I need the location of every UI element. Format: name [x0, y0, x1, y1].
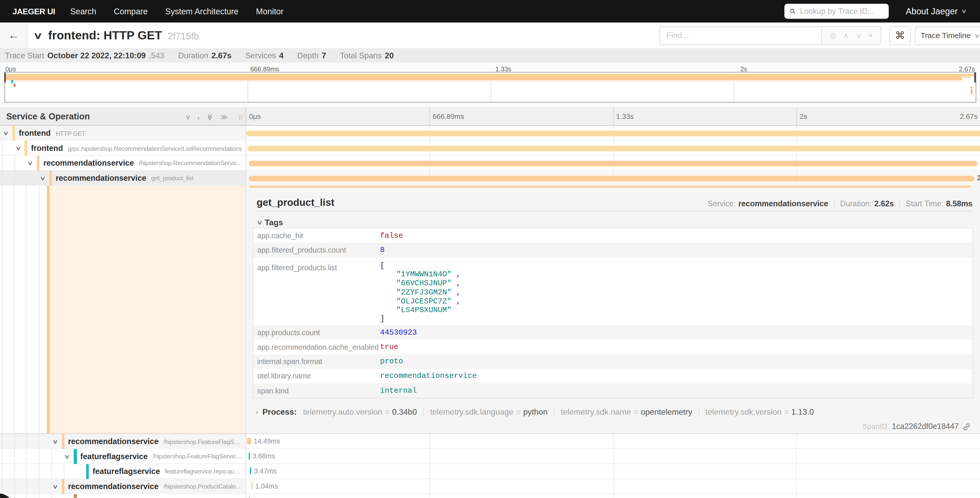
span-row[interactable]: ∨recommendationservice/hipstershop.Recom…	[0, 156, 980, 171]
service-color-accent	[24, 141, 27, 156]
span-bar-column[interactable]	[246, 126, 980, 140]
span-duration-bar[interactable]	[247, 438, 251, 445]
span-row[interactable]: ∨featureflagservice/hipstershop.FeatureF…	[0, 449, 980, 464]
span-duration-bar[interactable]	[251, 482, 253, 489]
tags-section-header[interactable]: ∨Tags	[256, 218, 283, 227]
tag-value-text: recommendationservice	[380, 372, 477, 380]
nav-item-system-architecture[interactable]: System Architecture	[156, 6, 247, 16]
span-name-column: ∨featureflagservice/hipstershop.FeatureF…	[0, 449, 246, 464]
indent-guide	[14, 185, 14, 434]
span-row[interactable]: featureflagservicefeatureflagservice.rep…	[0, 464, 980, 479]
back-button[interactable]: ←	[0, 22, 28, 48]
nav-item-compare[interactable]: Compare	[105, 6, 156, 16]
chevron-down-icon: ∨	[974, 32, 980, 38]
span-row[interactable]: ∨recommendationservice/hipstershop.Featu…	[0, 434, 980, 449]
span-bar-column[interactable]: 14.49ms	[246, 434, 980, 449]
collapse-all-icon[interactable]: ≫	[206, 114, 214, 121]
app-logo[interactable]: JAEGER UI	[13, 6, 55, 16]
clear-find-icon[interactable]: ×	[869, 31, 873, 40]
span-expander-icon[interactable]: ∨	[3, 126, 8, 140]
span-bar-column[interactable]: 3.68ms	[246, 449, 980, 464]
minimap-span-band	[970, 89, 972, 90]
json-list-item: "LS4PSXUNUM"	[380, 306, 972, 315]
span-row[interactable]: ∨frontendgrpc.hipstershop.Recommendation…	[0, 141, 980, 156]
span-row[interactable]	[0, 494, 980, 498]
row-gridline	[797, 494, 797, 498]
expand-one-icon[interactable]: ›	[197, 114, 200, 121]
about-jaeger-menu[interactable]: About Jaeger ∨	[906, 6, 966, 16]
minimap-span-band	[963, 76, 970, 78]
minimap-scrubber-left[interactable]	[4, 73, 6, 82]
minimap-canvas[interactable]	[4, 72, 976, 103]
column-resizer[interactable]	[239, 115, 242, 120]
span-service-name: recommendationservice	[56, 174, 146, 182]
indent-guide	[64, 464, 64, 479]
collapse-one-icon[interactable]: ∨	[186, 113, 191, 122]
link-icon[interactable]	[963, 423, 971, 431]
span-name-column: ∨recommendationservice/hipstershop.Featu…	[0, 434, 246, 449]
trace-title-bar: ← ∨ frontend: HTTP GET 2f715fb ◎ ∧ ∨ × ⌘…	[0, 22, 980, 48]
span-operation-name: featureflagservice.repo.query:fe…	[165, 468, 243, 475]
span-service-operation[interactable]: recommendationservice/hipstershop.Produc…	[68, 479, 243, 494]
span-expander-icon[interactable]: ∨	[29, 156, 32, 171]
span-expander-icon[interactable]: ∨	[41, 171, 45, 185]
span-duration-bar[interactable]	[246, 131, 980, 137]
equals-sign: =	[633, 407, 638, 417]
keyboard-shortcuts-button[interactable]: ⌘	[889, 26, 910, 45]
span-operation-name: HTTP GET	[56, 130, 86, 137]
minimap-scrubber-right[interactable]	[974, 73, 976, 82]
find-input[interactable]	[666, 31, 815, 40]
span-bar-column[interactable]: 1.04ms	[246, 479, 980, 494]
span-service-operation[interactable]: frontendHTTP GET	[19, 126, 243, 140]
span-duration-bar[interactable]	[250, 467, 251, 474]
trace-view-selector[interactable]: Trace Timeline ∨	[915, 26, 980, 45]
span-name-column	[0, 494, 246, 498]
nav-item-monitor[interactable]: Monitor	[247, 6, 292, 16]
trace-id-lookup[interactable]	[784, 4, 889, 19]
span-row[interactable]: ∨frontendHTTP GET	[0, 126, 980, 140]
minimap-span-band	[970, 93, 972, 94]
span-bar-column[interactable]	[246, 156, 980, 171]
prev-match-icon[interactable]: ∧	[843, 31, 849, 40]
span-service-operation[interactable]: recommendationservice/hipstershop.Recomm…	[43, 156, 243, 171]
focus-match-icon[interactable]: ◎	[830, 31, 837, 40]
trace-minimap[interactable]: 0μs666.89ms1.33s2s2.67s	[0, 63, 980, 109]
span-expander-icon[interactable]: ∨	[65, 449, 69, 464]
timeline-tick-label: 2.67s	[960, 112, 977, 120]
expand-all-icon[interactable]: ≫	[221, 113, 228, 122]
span-service-name: frontend	[31, 144, 63, 153]
span-bar-column[interactable]	[246, 494, 980, 498]
span-service-operation[interactable]: featureflagservice/hipstershop.FeatureFl…	[80, 449, 243, 464]
span-bar-column[interactable]: 3.47ms	[246, 464, 980, 479]
nav-item-search[interactable]: Search	[61, 6, 105, 16]
next-match-icon[interactable]: ∨	[856, 31, 861, 40]
span-expander-icon[interactable]: ∨	[16, 141, 20, 156]
trace-id-lookup-input[interactable]	[800, 7, 884, 16]
span-service-operation[interactable]: recommendationserviceget_product_list	[56, 171, 243, 185]
span-service-operation[interactable]: frontendgrpc.hipstershop.RecommendationS…	[31, 141, 243, 156]
row-gridline	[797, 464, 797, 479]
span-service-operation[interactable]: recommendationservice/hipstershop.Featur…	[68, 434, 243, 449]
minimap-tick-label: 1.33s	[495, 65, 511, 72]
span-row[interactable]: ∨recommendationservice/hipstershop.Produ…	[0, 479, 980, 494]
span-bar-column[interactable]	[246, 141, 980, 156]
indent-guide	[51, 464, 52, 479]
span-duration-bar[interactable]	[248, 146, 980, 152]
chevron-down-icon: ∨	[64, 453, 70, 460]
process-value: 0.34b0	[392, 407, 417, 417]
tag-value: ["1YMWWN1N4O" ,"66VCHSJNUP" ,"2ZYFJ3GM2N…	[380, 257, 972, 326]
span-duration-bar[interactable]	[248, 176, 975, 181]
trace-title-chevron-icon[interactable]: ∨	[33, 22, 43, 48]
indent-guide	[14, 479, 15, 494]
span-service-operation[interactable]: featureflagservicefeatureflagservice.rep…	[93, 464, 243, 479]
span-duration-bar[interactable]	[249, 452, 250, 460]
find-input-box[interactable]	[659, 26, 822, 45]
span-bar-column[interactable]: 2.62s	[246, 171, 980, 185]
service-color-accent	[74, 449, 76, 464]
span-row-selected[interactable]: ∨recommendationserviceget_product_list2.…	[0, 171, 980, 185]
span-expander-icon[interactable]: ∨	[53, 434, 57, 449]
tag-value-text: true	[380, 343, 398, 351]
process-section-header[interactable]: ›Process:telemetry.auto.version=0.34b0te…	[256, 407, 814, 417]
span-expander-icon[interactable]: ∨	[53, 479, 57, 494]
span-duration-bar[interactable]	[248, 161, 978, 166]
